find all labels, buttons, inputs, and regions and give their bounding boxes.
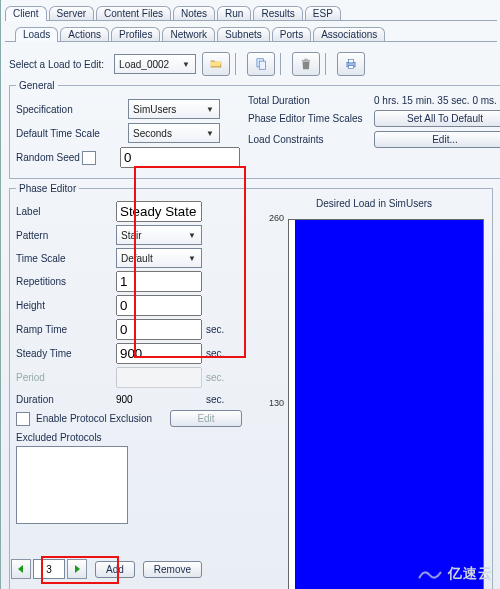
delete-button[interactable]	[292, 52, 320, 76]
excl-label: Excluded Protocols	[16, 432, 102, 443]
sec-unit: sec.	[206, 372, 234, 383]
separator	[235, 53, 236, 75]
chevron-down-icon: ▼	[203, 105, 217, 114]
phase-stepper	[11, 559, 87, 579]
tab-esp[interactable]: ESP	[305, 6, 341, 20]
load-dropdown-value: Load_0002	[119, 59, 169, 70]
prev-phase-button[interactable]	[11, 559, 31, 579]
totaldur-label: Total Duration	[248, 95, 368, 106]
chevron-down-icon: ▼	[185, 254, 199, 263]
svg-rect-1	[259, 61, 265, 69]
chevron-down-icon: ▼	[185, 231, 199, 240]
chart-area-series	[295, 220, 483, 589]
select-load-row: Select a Load to Edit: Load_0002 ▼	[9, 52, 493, 76]
pets-label: Phase Editor Time Scales	[248, 113, 368, 124]
seed-label: Random Seed	[16, 152, 82, 163]
subtab-loads[interactable]: Loads	[15, 27, 58, 42]
phase-editor-group: Phase Editor Label PatternStair▼ Time Sc…	[9, 183, 493, 589]
epe-label: Enable Protocol Exclusion	[36, 413, 146, 424]
height-input[interactable]	[116, 295, 202, 316]
subtab-associations[interactable]: Associations	[313, 27, 385, 41]
ramp-l: Ramp Time	[16, 324, 112, 335]
sec-unit: sec.	[206, 348, 234, 359]
phase-index-input[interactable]	[33, 559, 65, 579]
tab-client[interactable]: Client	[5, 6, 47, 21]
app-window: ClientServerContent FilesNotesRunResults…	[0, 0, 500, 589]
rep-input[interactable]	[116, 271, 202, 292]
period-input	[116, 367, 202, 388]
chevron-down-icon: ▼	[179, 60, 193, 69]
spec-dropdown[interactable]: SimUsers▼	[128, 99, 220, 119]
subtab-ports[interactable]: Ports	[272, 27, 311, 41]
next-phase-button[interactable]	[67, 559, 87, 579]
chart-title: Desired Load in SimUsers	[262, 198, 486, 209]
load-constraints-edit-button[interactable]: Edit...	[374, 131, 500, 148]
steady-input[interactable]	[116, 343, 202, 364]
chevron-down-icon: ▼	[203, 129, 217, 138]
chart-pane: Desired Load in SimUsers 260 130 0	[262, 198, 486, 589]
tab-notes[interactable]: Notes	[173, 6, 215, 20]
tab-results[interactable]: Results	[253, 6, 302, 20]
content-area: Select a Load to Edit: Load_0002 ▼	[1, 42, 500, 589]
totaldur-value: 0 hrs. 15 min. 35 sec. 0 ms.	[374, 95, 500, 106]
copy-button[interactable]	[247, 52, 275, 76]
seed-input[interactable]	[120, 147, 240, 168]
lc-label: Load Constraints	[248, 134, 368, 145]
svg-rect-5	[349, 59, 354, 63]
general-legend: General	[16, 80, 58, 91]
rep-l: Repetitions	[16, 276, 112, 287]
svg-rect-2	[302, 60, 310, 62]
load-dropdown[interactable]: Load_0002 ▼	[114, 54, 196, 74]
bottom-bar: Add Remove	[11, 559, 202, 579]
epe-edit-button[interactable]: Edit	[170, 410, 242, 427]
timescale-dropdown[interactable]: Default▼	[116, 248, 202, 268]
subtab-network[interactable]: Network	[162, 27, 215, 41]
subtab-profiles[interactable]: Profiles	[111, 27, 160, 41]
subtab-actions[interactable]: Actions	[60, 27, 109, 41]
ramp-input[interactable]	[116, 319, 202, 340]
sec-unit: sec.	[206, 324, 234, 335]
add-button[interactable]: Add	[95, 561, 135, 578]
svg-rect-3	[304, 59, 308, 60]
period-l: Period	[16, 372, 112, 383]
print-button[interactable]	[337, 52, 365, 76]
dur-l: Duration	[16, 394, 112, 405]
phase-form: Label PatternStair▼ Time ScaleDefault▼ R…	[16, 198, 256, 589]
top-tabs: ClientServerContent FilesNotesRunResults…	[1, 0, 500, 20]
dts-dropdown[interactable]: Seconds▼	[128, 123, 220, 143]
pattern-l: Pattern	[16, 230, 112, 241]
set-all-default-button[interactable]: Set All To Default	[374, 110, 500, 127]
phase-editor-legend: Phase Editor	[16, 183, 79, 194]
excluded-protocols-list[interactable]	[16, 446, 128, 524]
dur-value: 900	[116, 391, 202, 407]
remove-button[interactable]: Remove	[143, 561, 202, 578]
select-load-label: Select a Load to Edit:	[9, 59, 104, 70]
ytick-mid: 130	[269, 398, 284, 408]
separator	[325, 53, 326, 75]
tab-run[interactable]: Run	[217, 6, 251, 20]
label-input[interactable]	[116, 201, 202, 222]
dts-label: Default Time Scale	[16, 128, 128, 139]
general-group: General Specification SimUsers▼ Default …	[9, 80, 500, 179]
sec-unit: sec.	[206, 394, 234, 405]
label-l: Label	[16, 206, 112, 217]
svg-rect-6	[349, 66, 354, 69]
pattern-dropdown[interactable]: Stair▼	[116, 225, 202, 245]
steady-l: Steady Time	[16, 348, 112, 359]
ytick-top: 260	[269, 213, 284, 223]
subtab-subnets[interactable]: Subnets	[217, 27, 270, 41]
seed-checkbox[interactable]	[82, 151, 96, 165]
open-folder-button[interactable]	[202, 52, 230, 76]
watermark: 亿速云	[416, 565, 493, 583]
tab-server[interactable]: Server	[49, 6, 94, 20]
separator	[280, 53, 281, 75]
tab-content-files[interactable]: Content Files	[96, 6, 171, 20]
spec-label: Specification	[16, 104, 128, 115]
height-l: Height	[16, 300, 112, 311]
epe-checkbox[interactable]	[16, 412, 30, 426]
desired-load-chart: 260 130 0	[262, 211, 486, 589]
chart-plot	[288, 219, 484, 589]
ts-l: Time Scale	[16, 253, 112, 264]
sub-tabs: LoadsActionsProfilesNetworkSubnetsPortsA…	[1, 21, 500, 41]
